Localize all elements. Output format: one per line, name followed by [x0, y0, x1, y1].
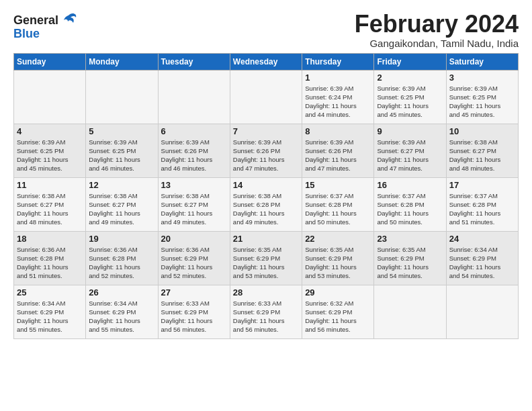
calendar-cell: 25Sunrise: 6:34 AM Sunset: 6:29 PM Dayli… — [14, 285, 86, 338]
day-info: Sunrise: 6:39 AM Sunset: 6:25 PM Dayligh… — [377, 84, 443, 120]
day-info: Sunrise: 6:38 AM Sunset: 6:27 PM Dayligh… — [89, 191, 154, 227]
day-info: Sunrise: 6:36 AM Sunset: 6:29 PM Dayligh… — [161, 245, 227, 281]
day-number: 16 — [377, 180, 443, 190]
title-block: February 2024 Gangaikondan, Tamil Nadu, … — [355, 11, 519, 49]
day-number: 18 — [17, 234, 83, 244]
calendar-cell: 1Sunrise: 6:39 AM Sunset: 6:24 PM Daylig… — [302, 70, 374, 124]
calendar-cell: 28Sunrise: 6:33 AM Sunset: 6:29 PM Dayli… — [230, 285, 302, 338]
col-header-sunday: Sunday — [14, 53, 86, 70]
calendar-cell — [158, 70, 230, 124]
day-info: Sunrise: 6:36 AM Sunset: 6:28 PM Dayligh… — [17, 245, 83, 281]
calendar-cell: 11Sunrise: 6:38 AM Sunset: 6:27 PM Dayli… — [14, 177, 86, 231]
day-number: 10 — [449, 126, 515, 136]
day-number: 25 — [17, 287, 83, 298]
day-number: 6 — [161, 126, 227, 136]
day-info: Sunrise: 6:34 AM Sunset: 6:29 PM Dayligh… — [449, 245, 515, 281]
day-number: 15 — [305, 180, 371, 190]
day-info: Sunrise: 6:38 AM Sunset: 6:27 PM Dayligh… — [161, 191, 227, 227]
day-info: Sunrise: 6:38 AM Sunset: 6:27 PM Dayligh… — [449, 138, 515, 173]
day-info: Sunrise: 6:39 AM Sunset: 6:25 PM Dayligh… — [89, 138, 154, 173]
day-info: Sunrise: 6:39 AM Sunset: 6:25 PM Dayligh… — [17, 138, 83, 173]
calendar-cell: 10Sunrise: 6:38 AM Sunset: 6:27 PM Dayli… — [446, 124, 518, 177]
col-header-tuesday: Tuesday — [158, 53, 230, 70]
calendar-table: SundayMondayTuesdayWednesdayThursdayFrid… — [13, 53, 519, 339]
day-info: Sunrise: 6:35 AM Sunset: 6:29 PM Dayligh… — [305, 245, 371, 281]
day-info: Sunrise: 6:35 AM Sunset: 6:29 PM Dayligh… — [377, 245, 443, 281]
day-info: Sunrise: 6:39 AM Sunset: 6:26 PM Dayligh… — [233, 138, 299, 173]
day-info: Sunrise: 6:33 AM Sunset: 6:29 PM Dayligh… — [161, 299, 227, 334]
day-number: 20 — [161, 234, 227, 244]
calendar-cell: 12Sunrise: 6:38 AM Sunset: 6:27 PM Dayli… — [86, 177, 158, 231]
logo-bird-icon — [60, 11, 79, 30]
calendar-cell: 4Sunrise: 6:39 AM Sunset: 6:25 PM Daylig… — [14, 124, 86, 177]
main-title: February 2024 — [355, 11, 519, 38]
logo-blue: Blue — [13, 27, 40, 41]
day-info: Sunrise: 6:37 AM Sunset: 6:28 PM Dayligh… — [377, 191, 443, 227]
header: General Blue February 2024 Gangaikondan,… — [13, 11, 519, 49]
day-info: Sunrise: 6:36 AM Sunset: 6:28 PM Dayligh… — [89, 245, 154, 281]
calendar-cell: 15Sunrise: 6:37 AM Sunset: 6:28 PM Dayli… — [302, 177, 374, 231]
day-number: 12 — [89, 180, 154, 190]
day-info: Sunrise: 6:33 AM Sunset: 6:29 PM Dayligh… — [233, 299, 299, 334]
calendar-cell: 21Sunrise: 6:35 AM Sunset: 6:29 PM Dayli… — [230, 231, 302, 285]
week-row-2: 4Sunrise: 6:39 AM Sunset: 6:25 PM Daylig… — [14, 124, 519, 177]
calendar-cell: 9Sunrise: 6:39 AM Sunset: 6:27 PM Daylig… — [374, 124, 446, 177]
calendar-cell: 14Sunrise: 6:38 AM Sunset: 6:28 PM Dayli… — [230, 177, 302, 231]
day-info: Sunrise: 6:39 AM Sunset: 6:24 PM Dayligh… — [305, 84, 371, 120]
day-info: Sunrise: 6:38 AM Sunset: 6:27 PM Dayligh… — [17, 191, 83, 227]
page: General Blue February 2024 Gangaikondan,… — [0, 0, 532, 346]
subtitle: Gangaikondan, Tamil Nadu, India — [355, 38, 519, 49]
calendar-cell: 13Sunrise: 6:38 AM Sunset: 6:27 PM Dayli… — [158, 177, 230, 231]
day-number: 14 — [233, 180, 299, 190]
calendar-cell: 20Sunrise: 6:36 AM Sunset: 6:29 PM Dayli… — [158, 231, 230, 285]
day-number: 3 — [449, 73, 515, 83]
day-info: Sunrise: 6:37 AM Sunset: 6:28 PM Dayligh… — [305, 191, 371, 227]
col-header-friday: Friday — [374, 53, 446, 70]
calendar-cell: 19Sunrise: 6:36 AM Sunset: 6:28 PM Dayli… — [86, 231, 158, 285]
day-number: 4 — [17, 126, 83, 136]
col-header-saturday: Saturday — [446, 53, 518, 70]
calendar-cell: 6Sunrise: 6:39 AM Sunset: 6:26 PM Daylig… — [158, 124, 230, 177]
col-header-thursday: Thursday — [302, 53, 374, 70]
day-info: Sunrise: 6:35 AM Sunset: 6:29 PM Dayligh… — [233, 245, 299, 281]
day-number: 27 — [161, 287, 227, 298]
calendar-cell: 29Sunrise: 6:32 AM Sunset: 6:29 PM Dayli… — [302, 285, 374, 338]
col-header-wednesday: Wednesday — [230, 53, 302, 70]
calendar-cell — [14, 70, 86, 124]
week-row-5: 25Sunrise: 6:34 AM Sunset: 6:29 PM Dayli… — [14, 285, 519, 338]
header-row: SundayMondayTuesdayWednesdayThursdayFrid… — [14, 53, 519, 70]
day-info: Sunrise: 6:34 AM Sunset: 6:29 PM Dayligh… — [89, 299, 154, 334]
calendar-cell: 5Sunrise: 6:39 AM Sunset: 6:25 PM Daylig… — [86, 124, 158, 177]
day-info: Sunrise: 6:39 AM Sunset: 6:26 PM Dayligh… — [305, 138, 371, 173]
day-number: 1 — [305, 73, 371, 83]
day-number: 2 — [377, 73, 443, 83]
week-row-4: 18Sunrise: 6:36 AM Sunset: 6:28 PM Dayli… — [14, 231, 519, 285]
day-number: 13 — [161, 180, 227, 190]
day-info: Sunrise: 6:39 AM Sunset: 6:27 PM Dayligh… — [377, 138, 443, 173]
calendar-cell: 7Sunrise: 6:39 AM Sunset: 6:26 PM Daylig… — [230, 124, 302, 177]
day-number: 23 — [377, 234, 443, 244]
day-number: 17 — [449, 180, 515, 190]
day-number: 19 — [89, 234, 154, 244]
calendar-cell — [86, 70, 158, 124]
day-number: 28 — [233, 287, 299, 298]
calendar-cell: 3Sunrise: 6:39 AM Sunset: 6:25 PM Daylig… — [446, 70, 518, 124]
day-info: Sunrise: 6:37 AM Sunset: 6:28 PM Dayligh… — [449, 191, 515, 227]
calendar-cell — [374, 285, 446, 338]
day-number: 24 — [449, 234, 515, 244]
calendar-cell: 26Sunrise: 6:34 AM Sunset: 6:29 PM Dayli… — [86, 285, 158, 338]
calendar-cell — [230, 70, 302, 124]
calendar-cell: 2Sunrise: 6:39 AM Sunset: 6:25 PM Daylig… — [374, 70, 446, 124]
day-number: 29 — [305, 287, 371, 298]
day-number: 9 — [377, 126, 443, 136]
calendar-cell: 27Sunrise: 6:33 AM Sunset: 6:29 PM Dayli… — [158, 285, 230, 338]
logo: General Blue — [13, 11, 79, 41]
day-info: Sunrise: 6:32 AM Sunset: 6:29 PM Dayligh… — [305, 299, 371, 334]
day-info: Sunrise: 6:38 AM Sunset: 6:28 PM Dayligh… — [233, 191, 299, 227]
day-number: 5 — [89, 126, 154, 136]
calendar-cell — [446, 285, 518, 338]
calendar-cell: 22Sunrise: 6:35 AM Sunset: 6:29 PM Dayli… — [302, 231, 374, 285]
calendar-cell: 17Sunrise: 6:37 AM Sunset: 6:28 PM Dayli… — [446, 177, 518, 231]
calendar-cell: 24Sunrise: 6:34 AM Sunset: 6:29 PM Dayli… — [446, 231, 518, 285]
day-number: 11 — [17, 180, 83, 190]
